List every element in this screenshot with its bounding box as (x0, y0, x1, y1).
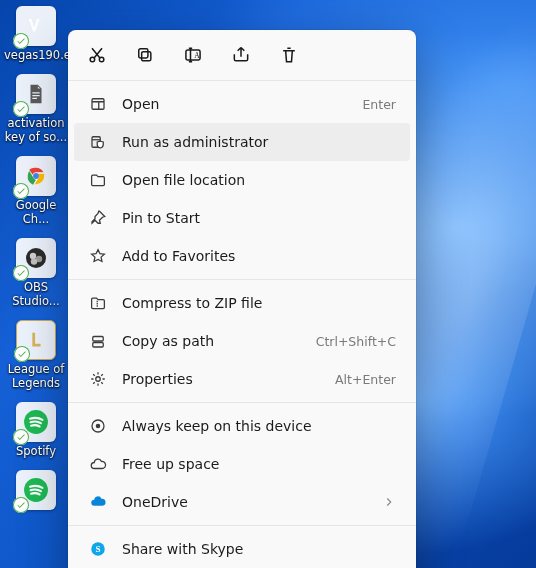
cut-button[interactable] (86, 44, 108, 66)
menu-item-label: Add to Favorites (122, 248, 396, 264)
sync-badge-icon (14, 346, 30, 362)
app-icon (16, 320, 56, 360)
desktop-icon-chrome[interactable]: Google Ch... (4, 156, 68, 226)
menu-item-accel: Enter (362, 97, 396, 112)
rename-button[interactable]: A (182, 44, 204, 66)
sync-badge-icon (13, 429, 29, 445)
copy-button[interactable] (134, 44, 156, 66)
menu-item-free-space[interactable]: Free up space (74, 445, 410, 483)
menu-item-run-as-admin[interactable]: Run as administrator (74, 123, 410, 161)
desktop-icon-label: League of Legends (4, 362, 68, 390)
pin-icon (88, 208, 108, 228)
app-icon (16, 470, 56, 510)
svg-point-3 (30, 253, 36, 259)
menu-item-label: Run as administrator (122, 134, 396, 150)
menu-item-open-location[interactable]: Open file location (74, 161, 410, 199)
desktop-icon-lol[interactable]: League of Legends (4, 320, 68, 390)
menu-item-label: Always keep on this device (122, 418, 396, 434)
desktop-icons: vegas190.ex activation key of so... Goog… (4, 6, 68, 510)
separator (68, 402, 416, 403)
sync-badge-icon (13, 33, 29, 49)
svg-point-20 (96, 424, 101, 429)
menu-item-label: Copy as path (122, 333, 300, 349)
context-toolbar: A (68, 36, 416, 76)
svg-text:A: A (194, 51, 200, 60)
separator (68, 80, 416, 81)
share-button[interactable] (230, 44, 252, 66)
menu-item-label: OneDrive (122, 494, 382, 510)
separator (68, 279, 416, 280)
app-icon (16, 402, 56, 442)
menu-item-skype[interactable]: S Share with Skype (74, 530, 410, 568)
app-icon (16, 156, 56, 196)
menu-item-zip[interactable]: Compress to ZIP file (74, 284, 410, 322)
svg-rect-10 (142, 52, 151, 61)
svg-rect-17 (93, 343, 104, 348)
menu-item-label: Open (122, 96, 346, 112)
sync-badge-icon (13, 497, 29, 513)
svg-rect-11 (139, 49, 148, 58)
menu-item-pin-start[interactable]: Pin to Start (74, 199, 410, 237)
svg-text:S: S (95, 544, 100, 554)
menu-item-label: Pin to Start (122, 210, 396, 226)
menu-item-label: Open file location (122, 172, 396, 188)
svg-point-9 (99, 57, 104, 62)
menu-item-open[interactable]: Open Enter (74, 85, 410, 123)
properties-icon (88, 369, 108, 389)
menu-item-label: Share with Skype (122, 541, 396, 557)
desktop-icon-label: Spotify (16, 444, 56, 458)
svg-point-5 (31, 258, 37, 264)
desktop-icon-activation-key[interactable]: activation key of so... (4, 74, 68, 144)
menu-item-copy-path[interactable]: Copy as path Ctrl+Shift+C (74, 322, 410, 360)
context-menu: A Open Enter Run as administrator Open f… (68, 30, 416, 568)
menu-item-label: Free up space (122, 456, 396, 472)
chevron-right-icon (382, 495, 396, 509)
desktop-icon-spotify[interactable]: Spotify (4, 402, 68, 458)
sync-badge-icon (13, 183, 29, 199)
menu-item-properties[interactable]: Properties Alt+Enter (74, 360, 410, 398)
svg-point-18 (96, 377, 101, 382)
desktop-icon-vegas[interactable]: vegas190.ex (4, 6, 68, 62)
shield-admin-icon (88, 132, 108, 152)
svg-point-8 (90, 57, 95, 62)
zip-icon (88, 293, 108, 313)
file-icon (16, 74, 56, 114)
menu-item-label: Compress to ZIP file (122, 295, 396, 311)
app-icon (16, 238, 56, 278)
cloud-icon (88, 454, 108, 474)
menu-item-always-keep[interactable]: Always keep on this device (74, 407, 410, 445)
app-icon (16, 6, 56, 46)
desktop-icon-label: activation key of so... (4, 116, 68, 144)
sync-badge-icon (13, 101, 29, 117)
delete-button[interactable] (278, 44, 300, 66)
sync-badge-icon (13, 265, 29, 281)
separator (68, 525, 416, 526)
menu-item-favorites[interactable]: Add to Favorites (74, 237, 410, 275)
desktop-icon-obs[interactable]: OBS Studio... (4, 238, 68, 308)
svg-rect-16 (93, 337, 104, 342)
svg-rect-14 (92, 99, 104, 110)
desktop-icon-label: Google Ch... (4, 198, 68, 226)
desktop-icon-partial[interactable] (4, 470, 68, 510)
onedrive-icon (88, 492, 108, 512)
copy-path-icon (88, 331, 108, 351)
open-icon (88, 94, 108, 114)
menu-item-onedrive[interactable]: OneDrive (74, 483, 410, 521)
menu-item-accel: Alt+Enter (335, 372, 396, 387)
menu-item-label: Properties (122, 371, 319, 387)
keep-device-icon (88, 416, 108, 436)
desktop-icon-label: OBS Studio... (4, 280, 68, 308)
skype-icon: S (88, 539, 108, 559)
menu-item-accel: Ctrl+Shift+C (316, 334, 396, 349)
folder-icon (88, 170, 108, 190)
svg-point-1 (33, 173, 39, 179)
star-icon (88, 246, 108, 266)
desktop-icon-label: vegas190.ex (4, 48, 68, 62)
